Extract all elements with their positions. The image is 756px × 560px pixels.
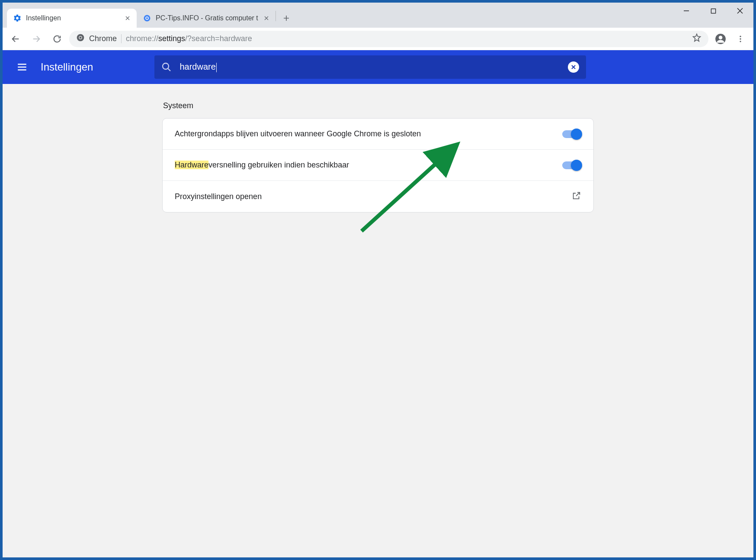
svg-point-12 (163, 63, 169, 69)
minimize-button[interactable] (673, 3, 700, 19)
svg-point-2 (146, 17, 148, 19)
toggle-hardware-acceleration[interactable] (562, 161, 581, 169)
row-hardware-acceleration[interactable]: Hardwareversnelling gebruiken indien bes… (163, 150, 593, 181)
tab-pctips[interactable]: PC-Tips.INFO - Gratis computer t (137, 9, 275, 28)
row-label: Achtergrondapps blijven uitvoeren wannee… (175, 129, 562, 138)
toggle-knob (571, 160, 582, 171)
svg-point-8 (719, 35, 723, 39)
svg-point-11 (740, 41, 741, 42)
section-system: Systeem Achtergrondapps blijven uitvoere… (162, 101, 594, 212)
settings-content: Systeem Achtergrondapps blijven uitvoere… (3, 84, 753, 557)
tab-separator (275, 11, 276, 21)
text-cursor (216, 63, 217, 72)
chrome-icon (76, 33, 85, 44)
page-title: Instellingen (41, 61, 93, 73)
gear-icon (13, 14, 22, 23)
section-title: Systeem (162, 101, 594, 110)
settings-search[interactable]: hardware (154, 55, 586, 79)
search-input[interactable]: hardware (179, 62, 560, 72)
row-background-apps[interactable]: Achtergrondapps blijven uitvoeren wannee… (163, 119, 593, 150)
toggle-knob (571, 129, 582, 140)
globe-icon (143, 14, 151, 23)
window-controls (673, 3, 753, 19)
address-bar: Chrome chrome://settings/?search=hardwar… (3, 28, 753, 50)
svg-point-6 (80, 37, 82, 39)
menu-button[interactable] (732, 30, 749, 48)
titlebar: Instellingen PC-Tips.INFO - Gratis compu… (3, 3, 753, 28)
tab-settings[interactable]: Instellingen (7, 9, 137, 28)
search-icon (161, 62, 172, 72)
search-highlight: Hardware (175, 161, 208, 169)
toolbar-right (712, 30, 749, 48)
tab-title: Instellingen (26, 14, 119, 22)
svg-point-9 (740, 35, 741, 37)
star-icon[interactable] (692, 33, 702, 45)
omnibox[interactable]: Chrome chrome://settings/?search=hardwar… (69, 31, 708, 47)
clear-search-button[interactable] (568, 61, 579, 73)
row-proxy-settings[interactable]: Proxyinstellingen openen (163, 181, 593, 212)
close-icon[interactable] (263, 14, 270, 22)
maximize-button[interactable] (700, 3, 727, 19)
reload-button[interactable] (48, 30, 66, 48)
settings-app: Instellingen hardware Systeem Achtergron… (3, 50, 753, 557)
omnibox-url: chrome://settings/?search=hardware (126, 34, 688, 43)
svg-point-10 (740, 38, 741, 39)
close-icon[interactable] (124, 14, 131, 22)
svg-rect-3 (711, 9, 715, 13)
row-label: Proxyinstellingen openen (175, 192, 572, 201)
close-window-button[interactable] (727, 3, 753, 19)
back-button[interactable] (7, 30, 24, 48)
external-link-icon (572, 191, 581, 203)
hamburger-menu-button[interactable] (13, 58, 31, 76)
profile-button[interactable] (712, 30, 729, 48)
settings-header: Instellingen hardware (3, 50, 753, 84)
new-tab-button[interactable] (279, 10, 294, 26)
row-label: Hardwareversnelling gebruiken indien bes… (175, 161, 562, 170)
toggle-background-apps[interactable] (562, 130, 581, 138)
tab-strip: Instellingen PC-Tips.INFO - Gratis compu… (7, 3, 751, 28)
omnibox-chip: Chrome (89, 34, 122, 43)
browser-window: Instellingen PC-Tips.INFO - Gratis compu… (3, 3, 753, 557)
settings-card: Achtergrondapps blijven uitvoeren wannee… (162, 118, 594, 212)
forward-button[interactable] (28, 30, 45, 48)
tab-title: PC-Tips.INFO - Gratis computer t (156, 14, 258, 22)
